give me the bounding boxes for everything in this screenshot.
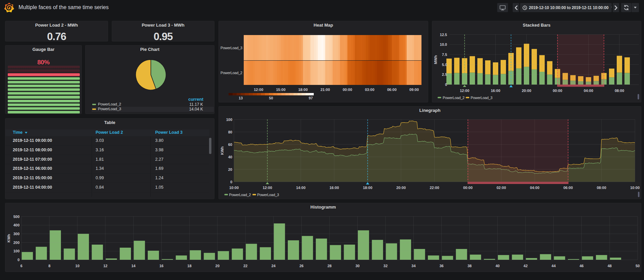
svg-text:0: 0 [445,83,447,87]
svg-text:20: 20 [228,167,232,172]
svg-text:14: 14 [131,264,136,268]
svg-text:24: 24 [271,264,276,268]
svg-text:PowerLoad_2: PowerLoad_2 [229,193,251,197]
svg-text:PowerLoad_3: PowerLoad_3 [221,46,242,50]
svg-text:16: 16 [159,264,163,268]
svg-text:16:00: 16:00 [491,89,500,93]
svg-text:18:00: 18:00 [363,186,372,190]
svg-text:10:00: 10:00 [229,186,239,190]
svg-text:12:00: 12:00 [254,88,263,92]
svg-text:30: 30 [355,264,360,268]
svg-text:PowerLoad_3: PowerLoad_3 [471,96,493,100]
svg-text:26: 26 [299,264,303,268]
svg-text:20:00: 20:00 [522,89,531,93]
svg-text:12:00: 12:00 [460,89,469,93]
svg-text:5.0: 5.0 [442,63,447,67]
svg-text:PowerLoad_2: PowerLoad_2 [443,96,465,100]
svg-text:40: 40 [496,264,500,268]
svg-text:500: 500 [13,215,20,219]
svg-text:0: 0 [18,258,20,262]
svg-text:10.0: 10.0 [440,42,447,46]
svg-text:46: 46 [579,264,583,268]
svg-text:10: 10 [75,264,79,268]
svg-text:KWh: KWh [7,234,11,242]
svg-text:00:00: 00:00 [343,88,352,92]
svg-text:50: 50 [636,264,640,268]
svg-text:14:00: 14:00 [296,186,305,190]
svg-text:7.5: 7.5 [442,53,447,57]
svg-text:40: 40 [228,155,232,159]
svg-text:00:00: 00:00 [553,89,562,93]
svg-text:97: 97 [309,96,313,100]
svg-text:0: 0 [230,180,232,184]
svg-text:00:00: 00:00 [463,186,473,190]
svg-text:100: 100 [13,249,20,253]
svg-text:38: 38 [468,264,472,268]
svg-text:20:00: 20:00 [396,186,406,190]
svg-text:08:00: 08:00 [615,89,624,93]
svg-text:80: 80 [228,130,232,134]
svg-text:04:00: 04:00 [584,89,593,93]
svg-text:04:00: 04:00 [530,186,539,190]
svg-text:200: 200 [13,241,20,245]
svg-text:36: 36 [439,264,443,268]
svg-text:22: 22 [243,264,247,268]
svg-text:10:00: 10:00 [630,186,640,190]
svg-text:KWh: KWh [220,146,224,155]
svg-text:44: 44 [551,264,556,268]
svg-text:300: 300 [13,232,20,236]
svg-text:08:00: 08:00 [597,186,606,190]
svg-text:100: 100 [226,118,232,122]
svg-text:34: 34 [411,264,416,268]
svg-text:28: 28 [328,264,332,268]
svg-text:6: 6 [20,264,22,268]
svg-text:PowerLoad_3: PowerLoad_3 [257,193,279,197]
svg-text:48: 48 [608,264,612,268]
svg-text:42: 42 [523,264,528,268]
svg-text:21:00: 21:00 [320,88,330,92]
svg-text:06:00: 06:00 [387,88,397,92]
svg-text:60: 60 [228,143,232,147]
svg-text:20: 20 [215,264,219,268]
svg-text:06:00: 06:00 [563,186,573,190]
svg-text:2.5: 2.5 [442,72,447,76]
svg-text:32: 32 [383,264,387,268]
svg-text:PowerLoad_2: PowerLoad_2 [221,71,242,75]
svg-text:12.5: 12.5 [440,33,447,37]
svg-text:MWh: MWh [434,55,438,64]
svg-text:50: 50 [269,96,273,100]
svg-text:8: 8 [48,264,50,268]
svg-text:09:00: 09:00 [409,88,419,92]
svg-text:12: 12 [103,264,107,268]
svg-text:03:00: 03:00 [365,88,374,92]
svg-text:18:00: 18:00 [298,88,308,92]
svg-text:16:00: 16:00 [330,186,339,190]
svg-text:12:00: 12:00 [263,186,272,190]
svg-text:15:00: 15:00 [276,88,285,92]
svg-text:400: 400 [13,223,20,227]
svg-text:22:00: 22:00 [430,186,439,190]
svg-text:18: 18 [188,264,192,268]
svg-text:13: 13 [239,96,243,100]
svg-text:02:00: 02:00 [497,186,506,190]
